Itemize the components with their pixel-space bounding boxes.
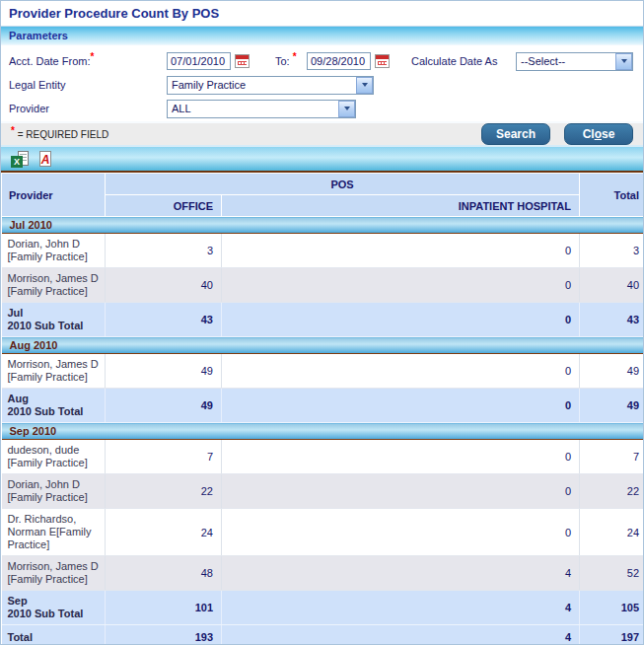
search-button[interactable]: Search [481,123,550,145]
subtotal-inpatient-cell: 4 [222,625,580,645]
col-header-office: OFFICE [106,195,222,217]
inpatient-count-cell: 0 [222,440,580,474]
office-count-cell: 7 [106,440,222,474]
legal-entity-label: Legal Entity [9,79,167,91]
subtotal-total-cell: 197 [580,625,644,645]
table-row: Dorian, John D [Family Practice] 22 0 22 [2,474,644,509]
month-section-label: Aug 2010 [2,337,644,354]
office-count-cell: 48 [106,556,222,591]
office-count-cell: 40 [106,268,222,303]
col-header-inpatient: INPATIENT HOSPITAL [222,195,580,217]
subtotal-label-cell: Aug 2010 Sub Total [2,389,106,423]
inpatient-count-cell: 0 [222,354,580,389]
row-total-cell: 49 [580,354,644,389]
subtotal-inpatient-cell: 0 [222,303,580,337]
close-button[interactable]: Close [564,123,633,145]
calculate-date-as-value: --Select-- [517,55,615,67]
calendar-icon-from[interactable] [235,54,250,68]
calendar-icon-to[interactable] [375,54,390,68]
table-row: dudeson, dude [Family Practice] 7 0 7 [2,440,644,474]
report-window: Provider Procedure Count By POS Paramete… [0,0,644,645]
inpatient-count-cell: 0 [222,474,580,509]
subtotal-office-cell: 43 [106,303,222,337]
row-total-cell: 22 [580,474,644,509]
close-button-label: Cl [583,127,595,141]
parameters-section-header: Parameters [1,27,643,45]
row-total-cell: 7 [580,440,644,474]
acct-date-from-input[interactable] [167,52,231,70]
acct-date-to-input[interactable] [307,52,371,70]
office-count-cell: 24 [106,509,222,556]
provider-label: Provider [9,103,167,114]
subtotal-label-cell: Total [2,625,106,645]
row-total-cell: 52 [580,556,644,591]
inpatient-count-cell: 4 [222,556,580,591]
pdf-export-icon[interactable]: A [36,151,54,168]
required-asterisk: * [11,124,15,135]
form-row-provider: Provider ALL [1,97,643,120]
month-section-header: Sep 2010 [2,423,644,440]
calculate-date-as-label: Calculate Date As [411,55,516,67]
legal-entity-select[interactable]: Family Practice [167,76,374,95]
required-field-note: * = REQUIRED FIELD [11,129,108,140]
subtotal-inpatient-cell: 4 [222,591,580,625]
provider-name-cell: dudeson, dude [Family Practice] [2,440,106,474]
inpatient-count-cell: 0 [222,268,580,303]
required-asterisk: * [293,51,297,62]
office-count-cell: 49 [106,354,222,389]
action-buttons: Search Close [481,123,633,145]
table-row: Dr. Richardso, Norman E[Family Practice]… [2,509,644,556]
report-table-header: Provider POS Total OFFICE INPATIENT HOSP… [2,174,644,217]
provider-name-cell: Dorian, John D [Family Practice] [2,474,106,509]
grand-total-row: Total 193 4 197 [2,625,644,645]
table-row: Morrison, James D [Family Practice] 40 0… [2,268,644,303]
month-section-header: Jul 2010 [2,217,644,234]
excel-export-icon[interactable]: X [11,151,29,168]
excel-x-glyph: X [11,156,23,168]
provider-name-cell: Morrison, James D [Family Practice] [2,354,106,389]
acct-date-from-label-text: Acct. Date From: [9,55,91,67]
inpatient-count-cell: 0 [222,509,580,556]
close-button-accesskey: o [595,127,602,141]
close-button-label: se [602,127,614,141]
col-header-total: Total [580,174,644,217]
subtotal-office-cell: 193 [106,625,222,645]
subtotal-total-cell: 49 [580,389,644,423]
provider-name-cell: Dorian, John D [Family Practice] [2,234,106,268]
acct-date-from-label: Acct. Date From:* [9,55,167,67]
chevron-down-icon [615,53,632,70]
calculate-date-as-select[interactable]: --Select-- [516,52,633,71]
subtotal-total-cell: 43 [580,303,644,337]
provider-value: ALL [168,103,338,114]
subtotal-inpatient-cell: 0 [222,389,580,423]
col-header-provider: Provider [2,174,106,217]
table-row: Dorian, John D [Family Practice] 3 0 3 [2,234,644,268]
required-field-bar: * = REQUIRED FIELD Search Close [1,121,643,147]
required-asterisk: * [91,51,95,62]
pdf-a-glyph: A [36,154,54,166]
month-section-header: Aug 2010 [2,337,644,354]
subtotal-label-cell: Jul 2010 Sub Total [2,303,106,337]
office-count-cell: 22 [106,474,222,509]
subtotal-row: Jul 2010 Sub Total 43 0 43 [2,303,644,337]
office-count-cell: 3 [106,234,222,268]
parameters-form: Acct. Date From:* To: * Calculate Date A… [1,45,643,121]
report-table: Provider POS Total OFFICE INPATIENT HOSP… [1,173,644,645]
form-row-legal-entity: Legal Entity Family Practice [1,73,643,97]
legal-entity-value: Family Practice [168,79,356,91]
required-field-note-text: = REQUIRED FIELD [18,129,109,140]
subtotal-label-cell: Sep 2010 Sub Total [2,591,106,625]
provider-select[interactable]: ALL [167,100,356,118]
table-row: Morrison, James D [Family Practice] 48 4… [2,556,644,591]
subtotal-office-cell: 101 [106,591,222,625]
report-table-body: Jul 2010 Dorian, John D [Family Practice… [2,217,644,645]
chevron-down-icon [356,77,373,94]
table-row: Morrison, James D [Family Practice] 49 0… [2,354,644,389]
search-button-label: Search [496,127,536,141]
row-total-cell: 24 [580,509,644,556]
chevron-down-icon [338,101,355,117]
row-total-cell: 40 [580,268,644,303]
subtotal-row: Aug 2010 Sub Total 49 0 49 [2,389,644,423]
month-section-label: Sep 2010 [2,423,644,440]
provider-name-cell: Morrison, James D [Family Practice] [2,556,106,591]
